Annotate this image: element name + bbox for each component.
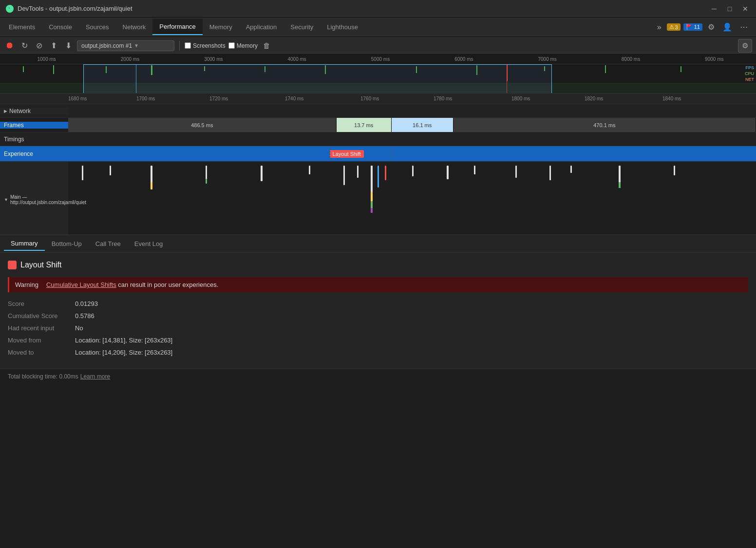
selection-cursor — [136, 64, 136, 94]
time-label-1000: 1000 ms — [5, 57, 88, 62]
tab-elements[interactable]: Elements — [2, 19, 42, 35]
flame-15 — [378, 166, 379, 188]
fps-label: FPS — [745, 65, 754, 70]
flame-18 — [447, 166, 449, 179]
time-label-9000: 9000 ms — [673, 57, 756, 62]
more-tabs-button[interactable]: » — [655, 22, 664, 33]
user-button[interactable]: 👤 — [720, 21, 735, 33]
warning-prefix: Warning — [15, 281, 38, 288]
ruler-label-1800: 1800 ms — [511, 96, 530, 101]
download-button[interactable]: ⬇ — [62, 40, 74, 52]
memory-label: Memory — [237, 42, 258, 49]
timeline-selection[interactable] — [83, 64, 552, 94]
flame-24 — [619, 182, 621, 188]
flame-2 — [110, 166, 111, 175]
flame-6 — [206, 179, 207, 184]
record-button[interactable]: ⏺ — [4, 40, 16, 52]
footer: Total blocking time: 0.00ms Learn more — [0, 369, 756, 384]
overview-bars[interactable]: FPS CPU NET — [0, 64, 756, 94]
overview-time-labels: 1000 ms 2000 ms 3000 ms 4000 ms 5000 ms … — [0, 55, 756, 64]
tab-console[interactable]: Console — [42, 19, 79, 35]
flame-9 — [343, 166, 345, 185]
ruler-label-1840: 1840 ms — [662, 96, 681, 101]
memory-checkbox[interactable] — [228, 42, 235, 49]
flame-25 — [674, 166, 675, 175]
capture-settings-button[interactable]: ⚙ — [738, 39, 752, 53]
network-label[interactable]: ▶ Network — [0, 108, 68, 114]
timings-label: Timings — [0, 136, 68, 143]
tab-security[interactable]: Security — [284, 19, 320, 35]
tab-application[interactable]: Application — [239, 19, 284, 35]
main-expand-arrow: ▼ — [4, 197, 8, 202]
selection-end-cursor — [507, 64, 507, 94]
flame-5 — [206, 166, 207, 179]
reload-record-button[interactable]: ↻ — [19, 40, 30, 52]
tab-event-log[interactable]: Event Log — [128, 237, 170, 250]
flame-21 — [549, 166, 551, 180]
network-expand-arrow: ▶ — [4, 109, 7, 113]
url-selector[interactable]: output.jsbin.com #1 ▼ — [77, 40, 174, 51]
moved-from-row: Moved from Location: [14,381], Size: [26… — [8, 337, 748, 344]
tab-performance[interactable]: Performance — [152, 19, 202, 35]
network-content — [68, 104, 756, 117]
learn-more-link[interactable]: Learn more — [80, 373, 110, 380]
time-label-3000: 3000 ms — [172, 57, 255, 62]
url-dropdown-arrow: ▼ — [134, 43, 139, 48]
stop-button[interactable]: ⊘ — [33, 40, 45, 52]
ruler-label-1760: 1760 ms — [360, 96, 379, 101]
frames-label: Frames — [0, 122, 68, 129]
more-options-button[interactable]: ⋯ — [737, 21, 750, 33]
dashed-line-1 — [330, 146, 330, 161]
timings-content — [68, 132, 756, 146]
flame-1 — [82, 166, 83, 180]
time-label-2000: 2000 ms — [88, 57, 171, 62]
flame-3 — [151, 166, 152, 183]
net-label: NET — [745, 77, 754, 82]
tab-bottom-up[interactable]: Bottom-Up — [45, 237, 89, 250]
frames-track: Frames 486.5 ms 13.7 ms 16.1 ms 470.1 ms — [0, 118, 756, 132]
tab-call-tree[interactable]: Call Tree — [89, 237, 128, 250]
screenshots-checkbox[interactable] — [185, 42, 191, 49]
maximize-button[interactable]: □ — [725, 5, 735, 13]
settings-button[interactable]: ⚙ — [705, 21, 717, 33]
ruler-label-1700: 1700 ms — [136, 96, 155, 101]
ruler-label-1820: 1820 ms — [585, 96, 603, 101]
minimize-button[interactable]: ─ — [709, 5, 719, 13]
close-button[interactable]: ✕ — [740, 5, 750, 13]
dashed-line-2 — [392, 146, 392, 161]
experience-content: Layout Shift — [68, 146, 756, 161]
main-label: ▼ Main — http://output.jsbin.com/zajamil… — [0, 162, 68, 234]
bottom-tabs: Summary Bottom-Up Call Tree Event Log — [0, 235, 756, 253]
timeline-detail: 1680 ms 1700 ms 1720 ms 1740 ms 1760 ms … — [0, 94, 756, 235]
tab-summary[interactable]: Summary — [4, 237, 45, 251]
time-label-5000: 5000 ms — [339, 57, 422, 62]
frame-block-4[interactable]: 470.1 ms — [454, 118, 756, 132]
layout-shift-marker[interactable]: Layout Shift — [330, 150, 364, 158]
upload-button[interactable]: ⬆ — [48, 40, 59, 52]
score-value: 0.01293 — [75, 300, 98, 307]
clear-button[interactable]: 🗑 — [261, 40, 273, 51]
experience-label-text: Experience — [4, 151, 33, 157]
cumulative-layout-shifts-link[interactable]: Cumulative Layout Shifts — [46, 281, 116, 288]
timeline-overview[interactable]: 1000 ms 2000 ms 3000 ms 4000 ms 5000 ms … — [0, 55, 756, 94]
screenshots-checkbox-label[interactable]: Screenshots — [185, 42, 226, 49]
cumulative-score-value: 0.5786 — [75, 312, 94, 320]
tab-network[interactable]: Network — [116, 19, 153, 35]
time-ruler: 1680 ms 1700 ms 1720 ms 1740 ms 1760 ms … — [0, 94, 756, 104]
tab-memory[interactable]: Memory — [203, 19, 239, 35]
ruler-label-1720: 1720 ms — [209, 96, 228, 101]
warning-bar: Warning Cumulative Layout Shifts can res… — [8, 277, 748, 292]
footer-text: Total blocking time: 0.00ms — [8, 373, 78, 380]
performance-toolbar: ⏺ ↻ ⊘ ⬆ ⬇ output.jsbin.com #1 ▼ Screensh… — [0, 37, 756, 55]
experience-track: Experience Layout Shift — [0, 146, 756, 162]
frame-block-1[interactable]: 486.5 ms — [68, 118, 337, 132]
url-text: output.jsbin.com #1 — [81, 42, 132, 49]
tab-lighthouse[interactable]: Lighthouse — [320, 19, 365, 35]
tab-sources[interactable]: Sources — [79, 19, 116, 35]
error-badge: 🚩 11 — [683, 23, 702, 31]
fps-bar-1 — [23, 66, 24, 72]
had-recent-input-label: Had recent input — [8, 324, 71, 332]
frame-block-3[interactable]: 16.1 ms — [392, 118, 454, 132]
memory-checkbox-label[interactable]: Memory — [228, 42, 258, 49]
frame-block-2[interactable]: 13.7 ms — [337, 118, 392, 132]
